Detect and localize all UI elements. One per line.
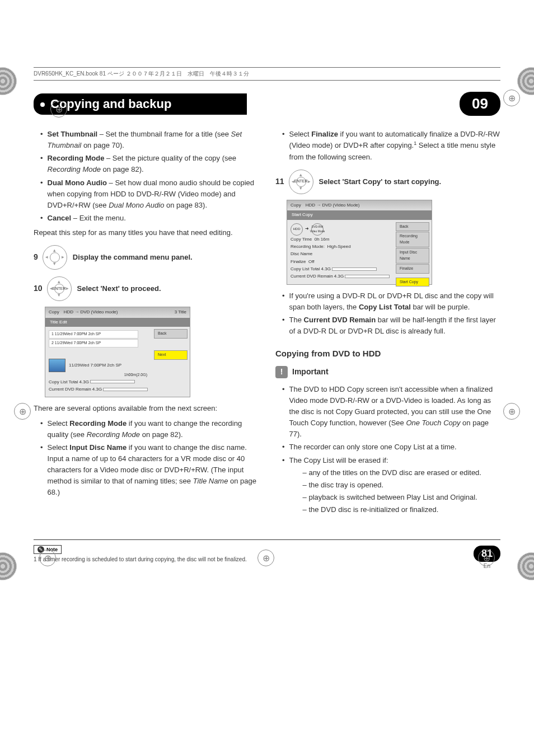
ss-back-btn: Back [154,329,188,339]
target-mark: ⊕ [39,550,56,566]
ss-val: 4.3G [92,387,102,392]
label: Input Disc Name [69,443,127,452]
text: on page 82). [140,430,183,439]
left-column: • Set Thumbnail – Set the thumbnail fram… [34,127,259,517]
ss-menu-finalize: Finalize [396,264,429,274]
list-item: • If you're using a DVD-R DL or DVD+R DL… [282,290,500,313]
chapter-banner: Copying and backup 09 [34,92,500,116]
chapter-number: 09 [460,92,500,116]
label: Finalize [311,130,338,138]
dpad-right-icon: ▸ ▴ ▾ ◂ [43,245,67,270]
label: Recording Mode [48,154,105,162]
list-item: • The recorder can only store one Copy L… [282,442,500,453]
target-mark: ⊕ [14,403,31,420]
step-text: Display the command menu panel. [73,252,193,263]
right-column: • Select Finalize if you want to automat… [275,127,500,517]
progress-bar-icon [332,267,377,271]
target-mark: ⊕ [50,101,67,118]
label: Recording Mode [69,419,127,428]
label: Copy List Total [359,303,411,311]
text: Select [48,419,70,428]
enter-button-icon: ENTER ▸ ▴ ▾ ◂ [47,276,72,301]
ss-copy-label: Copy [291,202,301,209]
paragraph: There are several options available from… [34,403,259,414]
text: The Copy List will be erased if: [289,456,388,464]
thumbnail-icon [49,359,65,372]
step-9: 9 ▸ ▴ ▾ ◂ Display the command menu panel… [34,245,259,270]
progress-bar-icon [345,275,390,278]
ref: Recording Mode [87,430,140,439]
val: High-Speed [327,244,350,249]
ss-preview-text: 11/29Wed 7:00PM 2ch SP [69,362,121,369]
step-text: Select 'Next' to proceed. [77,283,161,294]
text: – Exit the menu. [71,214,126,222]
print-registration-cone [0,67,17,95]
step-number: 11 [275,176,284,188]
label: Copy Time [291,237,312,242]
paragraph: Repeat this step for as many titles you … [34,227,259,238]
list-item: • Cancel – Exit the menu. [40,213,259,224]
dvd-disc-icon: DVD-RW Video Mode [311,223,324,236]
arrow-icon: ➜ [305,226,309,232]
ss-tab: Start Copy [287,210,432,219]
val: 4.3G [334,274,344,279]
label: Recording Mode: [291,244,325,249]
list-item: • The Current DVD Remain bar will be hal… [282,314,500,337]
label: Cancel [48,214,72,222]
print-registration-cone [517,552,534,580]
ss-menu-recmode: Recording Mode [396,232,429,247]
target-mark: ⊕ [503,90,520,106]
list-item: • Select Recording Mode if you want to c… [40,418,259,440]
list-item: • The Copy List will be erased if: – any… [282,455,500,516]
progress-bar-icon [90,380,135,383]
ss-mode-label: HDD → DVD (Video mode) [64,309,118,316]
ui-screenshot-start-copy: Copy HDD → DVD (Video Mode) Start Copy H… [287,200,432,285]
text: Select [48,443,70,452]
hdd-disc-icon: HDD [291,223,303,236]
label: Current DVD Remain [304,316,376,324]
print-registration-cone [517,67,534,95]
progress-bar-icon [103,388,148,391]
ss-row: 1 11/29Wed 7:00PM 2ch SP [49,330,138,339]
text: Select [289,130,312,138]
ref: Dual Mono Audio [109,201,164,209]
label: Copy List Total [291,266,320,271]
list-item: • Recording Mode – Set the picture quali… [40,153,259,175]
print-registration-cone [0,552,17,580]
step-10: 10 ENTER ▸ ▴ ▾ ◂ Select 'Next' to procee… [34,276,259,301]
list-item: • Dual Mono Audio – Set how dual mono au… [40,177,259,211]
text: bar will be purple. [411,303,470,311]
ss-menu-startcopy: Start Copy [396,278,429,287]
label: Set Thumbnail [48,130,98,138]
text: on page 70). [81,141,124,149]
sub-item: – any of the titles on the DVD disc are … [303,467,481,478]
ss-val: 4.3G [79,379,89,384]
list-item: • Set Thumbnail – Set the thumbnail fram… [40,129,259,151]
sub-item: – the DVD disc is re-initialized or fina… [303,504,481,515]
step-text: Select 'Start Copy' to start copying. [319,176,442,187]
val: Off [308,259,315,264]
val: 0h 16m [315,237,330,242]
ss-row: 2 11/29Wed 7:00PM 2ch SP [49,339,138,348]
section-heading: Copying from DVD to HDD [275,347,500,360]
ss-next-btn: Next [154,350,188,360]
label: Finalize [291,259,306,264]
ss-total-label: Copy List Total [49,379,78,384]
important-label: Important [292,366,329,378]
content-columns: • Set Thumbnail – Set the thumbnail fram… [34,127,500,517]
ui-screenshot-title-edit: Copy HDD → DVD (Video mode) 3 Title Titl… [45,307,190,397]
ref: One Touch Copy [406,419,460,427]
text: – Set the picture quality of the copy (s… [104,154,236,162]
header-filename: DVR650HK_KC_EN.book 81 ページ ２００７年２月２１日 水曜… [34,67,500,81]
target-mark: ⊕ [503,403,520,420]
text: The [289,316,304,324]
label: Dual Mono Audio [48,179,107,187]
text: on page 83). [164,201,207,209]
label: Current DVD Remain [291,274,333,279]
ss-titles: 3 Title [175,309,186,316]
target-mark: ⊕ [257,550,274,566]
ss-mode-label: HDD → DVD (Video Mode) [306,202,360,209]
list-item: • Select Finalize if you want to automat… [282,129,500,163]
text: on page 82). [101,165,144,173]
ss-copy-label: Copy [49,309,59,316]
